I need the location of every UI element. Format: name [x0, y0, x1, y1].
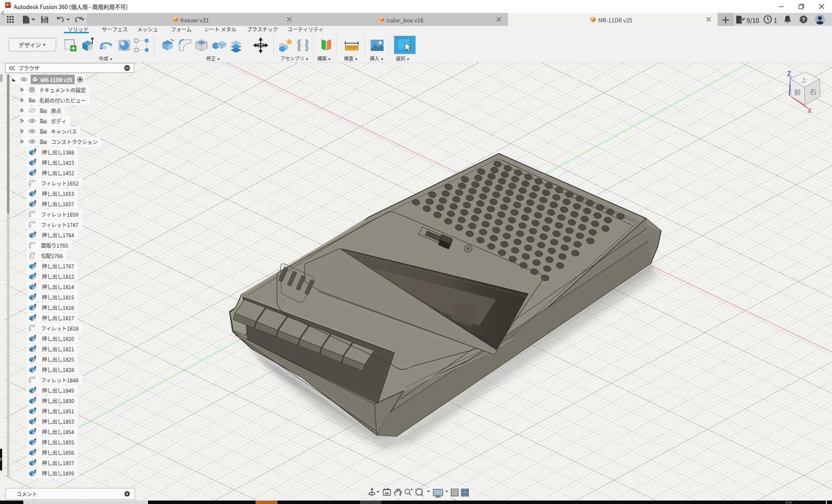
svg-text:前: 前	[794, 87, 800, 96]
svg-text:上: 上	[801, 76, 807, 84]
svg-text:?: ?	[802, 15, 805, 23]
svg-text:Z: Z	[787, 69, 791, 78]
svg-text:X: X	[807, 106, 812, 115]
svg-text:右: 右	[810, 87, 816, 96]
